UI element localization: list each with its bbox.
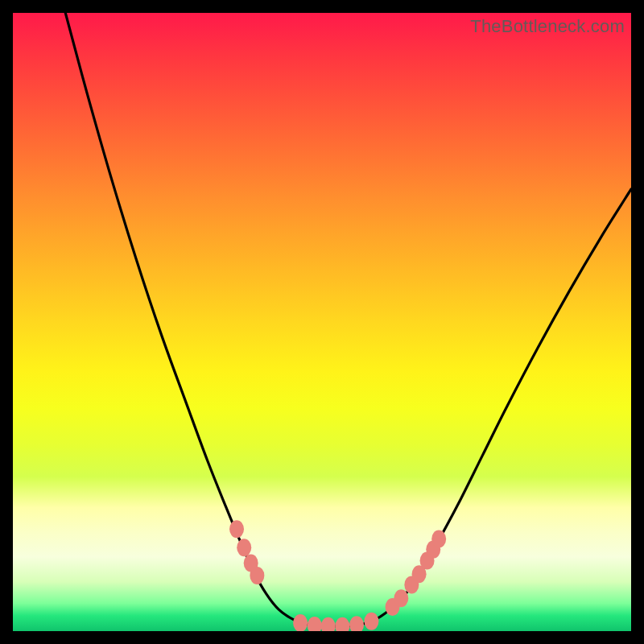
data-marker [321,617,336,631]
data-marker [293,614,308,631]
data-marker [394,589,408,607]
data-marker [431,530,446,548]
data-marker [237,539,251,556]
data-marker [349,616,364,631]
data-markers [229,520,446,631]
watermark-text: TheBottleneck.com [470,16,625,37]
data-marker [335,617,349,631]
data-marker [308,617,322,631]
plot-area: TheBottleneck.com [13,13,631,631]
chart-frame: TheBottleneck.com [13,13,631,631]
bottleneck-curve [65,13,631,626]
data-marker [364,613,378,630]
data-marker [250,567,264,584]
bottleneck-curve-svg [13,13,631,631]
data-marker [229,520,244,538]
